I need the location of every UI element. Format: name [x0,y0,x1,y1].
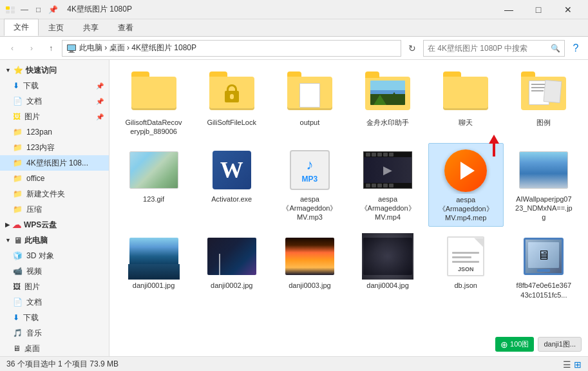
address-bar: ‹ › ↑ 此电脑 › 桌面 › 4K壁纸图片 1080P ↻ 🔍 ? [0,37,588,60]
file-name: GiliSoftFileLock [207,118,256,127]
search-bar[interactable]: 🔍 [423,40,565,57]
wps-cloud-icon: ☁ [12,220,21,230]
ribbon-tabs: 文件 主页 共享 查看 [0,19,588,36]
list-item[interactable]: danji0004.jpg [350,229,425,303]
search-icon: 🔍 [551,44,560,53]
list-item[interactable]: GilisoftDataRecoverypjb_889006 [116,66,191,140]
folder-icon-office: 📁 [13,174,23,183]
quick-access-arrow: ▼ [5,67,11,73]
sidebar-label-desktop: 桌面 [24,343,40,354]
grid-view-button[interactable]: ⊞ [574,359,582,370]
file-thumbnail [440,70,491,117]
wps-cloud-header[interactable]: ▶ ☁ WPS云盘 [0,217,109,233]
list-item[interactable]: danji0002.jpg [194,229,269,303]
quick-access-icon: ⭐ [14,66,23,75]
sidebar-item-documents-pc[interactable]: 📄 文档 [0,294,109,310]
file-name: aespa《Armageddon》MV.mp4.mep [437,195,495,223]
sidebar-item-download[interactable]: ⬇ 下载 📌 [0,78,109,93]
file-thumbnail [440,147,491,194]
list-item[interactable]: W Activator.exe [194,143,269,227]
sidebar-label-download: 下载 [23,81,39,91]
sidebar-item-123pan[interactable]: 📁 123pan [0,124,109,140]
sidebar-label-compress: 压缩 [26,204,42,215]
sidebar-item-documents[interactable]: 📄 文档 📌 [0,93,109,109]
this-pc-header[interactable]: ▼ 🖥 此电脑 [0,233,109,248]
up-button[interactable]: ↑ [43,40,59,57]
list-item[interactable]: GiliSoftFileLock [194,66,269,140]
list-item[interactable]: 聊天 [428,66,504,140]
list-item[interactable]: AIWallpaperjpg0723_NDMxNA==.jpg [506,143,582,227]
pictures-icon: 🖼 [13,112,21,121]
window-pin[interactable]: 📌 [46,5,61,14]
file-thumbnail: ▶ [362,147,413,193]
refresh-button[interactable]: ↻ [404,40,421,57]
help-button[interactable]: ? [567,40,584,57]
file-thumbnail: 🖥 [518,233,569,280]
svg-rect-2 [6,10,10,14]
tab-file[interactable]: 文件 [4,19,39,36]
sidebar-label-newfolder: 新建文件夹 [26,189,65,200]
sidebar-item-video[interactable]: 📹 视频 [0,263,109,279]
list-item[interactable]: ♪ MP3 aespa《Armageddon》MV.mp3 [272,143,347,227]
tab-home[interactable]: 主页 [39,19,73,36]
sidebar-label-music: 音乐 [26,328,42,339]
maximize-button[interactable]: □ [524,0,553,19]
sidebar-item-4k[interactable]: 📁 4K壁纸图片 108... [0,155,109,171]
file-name: GilisoftDataRecoverypjb_889006 [125,118,183,137]
breadcrumb-text: 此电脑 › 桌面 › 4K壁纸图片 1080P [79,43,196,53]
list-item[interactable]: ▶ aespa《Armageddon》MV.mp4 [350,143,425,227]
badge-100-text: 100图 [510,339,529,349]
sidebar-item-desktop[interactable]: 🖥 桌面 [0,341,109,356]
list-item[interactable]: aespa《Armageddon》MV.mp4.mep [428,143,504,227]
svg-rect-3 [11,10,15,14]
file-thumbnail [284,70,336,117]
list-item[interactable]: danji0003.jpg [272,229,347,303]
window-minimize[interactable]: — [18,5,31,14]
download-icon: ⬇ [13,81,19,90]
window-maximize-restore[interactable]: □ [33,5,43,14]
sidebar-item-3d[interactable]: 🧊 3D 对象 [0,248,109,263]
pin-icon-3: 📌 [96,113,104,120]
sidebar-item-newfolder[interactable]: 📁 新建文件夹 [0,186,109,202]
list-item[interactable]: 123.gif [116,143,191,227]
folder-icon-4k: 📁 [13,158,23,167]
close-button[interactable]: ✕ [553,0,583,19]
file-thumbnail [128,147,180,193]
list-item[interactable]: danji0001.jpg [116,229,191,303]
svg-rect-1 [11,6,15,10]
wps-cloud-arrow: ▶ [5,222,10,228]
list-item[interactable]: 金舟水印助手 [350,66,425,140]
back-button[interactable]: ‹ [4,40,21,57]
sidebar-item-pictures-pc[interactable]: 🖼 图片 [0,279,109,294]
sidebar-item-office[interactable]: 📁 office [0,171,109,186]
tab-share[interactable]: 共享 [73,19,108,36]
computer-breadcrumb-icon [66,43,77,53]
documents-pc-icon: 📄 [13,298,23,307]
list-item[interactable]: 🖥 f8fb47e0e61e36743c10151fc5... [506,229,582,303]
sidebar-label-documents: 文档 [26,96,42,107]
file-name: f8fb47e0e61e36743c10151fc5... [515,281,573,300]
file-thumbnail [518,70,569,117]
folder-icon-compress: 📁 [13,205,23,214]
sidebar-label-123pan: 123pan [26,128,52,137]
tab-view[interactable]: 查看 [108,19,143,36]
breadcrumb[interactable]: 此电脑 › 桌面 › 4K壁纸图片 1080P [62,40,401,57]
sidebar-item-123content[interactable]: 📁 123内容 [0,140,109,155]
desktop-icon: 🖥 [13,344,21,353]
file-name: output [300,118,320,127]
forward-button[interactable]: › [23,40,40,57]
list-view-button[interactable]: ☰ [563,359,571,370]
pictures-pc-icon: 🖼 [13,282,21,291]
quick-access-header[interactable]: ▼ ⭐ 快速访问 [0,62,109,78]
minimize-button[interactable]: — [494,0,524,19]
sidebar-item-compress[interactable]: 📁 压缩 [0,202,109,217]
list-item[interactable]: output [272,66,347,140]
sidebar-item-pictures[interactable]: 🖼 图片 📌 [0,109,109,124]
list-item[interactable]: JSON db.json [428,229,504,303]
sidebar-item-download-pc[interactable]: ⬇ 下载 [0,310,109,325]
list-item[interactable]: 图例 [506,66,582,140]
file-name: danji0004.jpg [366,281,408,290]
search-input[interactable] [428,44,551,53]
view-controls: ☰ ⊞ [563,359,582,370]
sidebar-item-music[interactable]: 🎵 音乐 [0,325,109,341]
